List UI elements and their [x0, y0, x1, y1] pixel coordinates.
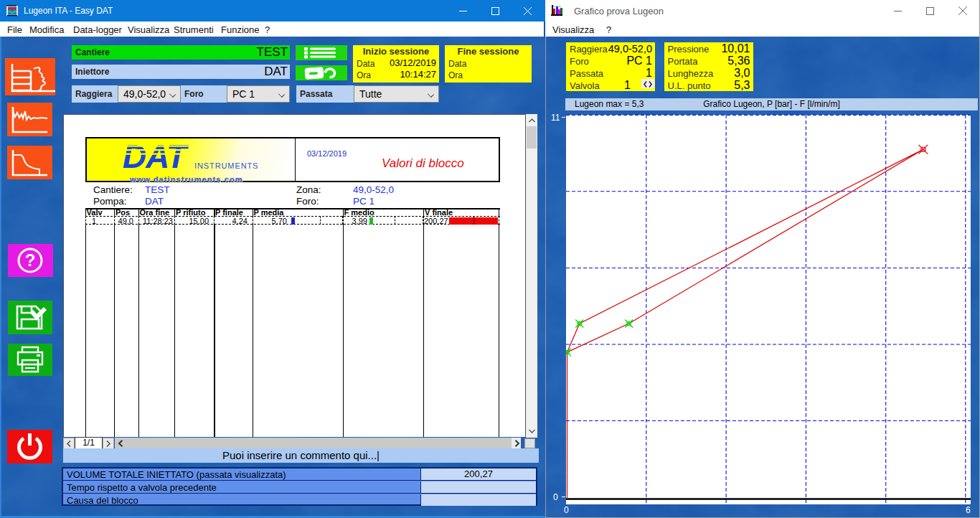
svg-text:?: ? — [25, 250, 36, 270]
svg-text:DAT: DAT — [123, 143, 189, 173]
